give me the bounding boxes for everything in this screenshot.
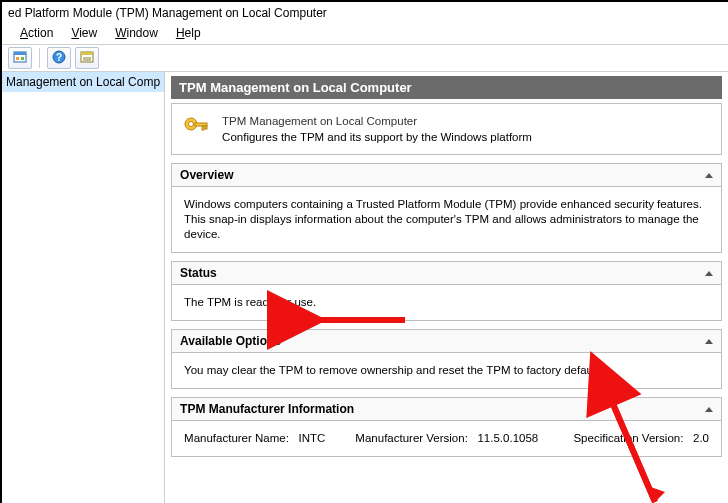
section-options-body: You may clear the TPM to remove ownershi… bbox=[172, 353, 721, 388]
spec-version-value: 2.0 bbox=[693, 432, 709, 444]
section-overview: Overview Windows computers containing a … bbox=[171, 163, 722, 253]
section-options-title: Available Options bbox=[180, 334, 281, 348]
key-icon bbox=[182, 115, 210, 143]
toolbar-button-properties[interactable] bbox=[8, 47, 32, 69]
svg-rect-3 bbox=[21, 57, 24, 60]
tree-item-tpm-management[interactable]: Management on Local Comp bbox=[2, 72, 164, 92]
content-pane: TPM Management on Local Computer TPM Man… bbox=[165, 72, 728, 503]
svg-rect-14 bbox=[205, 126, 207, 129]
intro-description: Configures the TPM and its support by th… bbox=[222, 130, 532, 144]
toolbar-button-help[interactable]: ? bbox=[47, 47, 71, 69]
section-status-header[interactable]: Status bbox=[172, 262, 721, 285]
menu-help[interactable]: Help bbox=[168, 24, 209, 42]
menu-action[interactable]: Action bbox=[12, 24, 61, 42]
svg-rect-7 bbox=[81, 52, 93, 55]
toolbar-button-console[interactable] bbox=[75, 47, 99, 69]
toolbar-divider bbox=[39, 48, 40, 68]
svg-text:?: ? bbox=[56, 52, 62, 63]
collapse-icon bbox=[705, 173, 713, 178]
window-title: ed Platform Module (TPM) Management on L… bbox=[2, 2, 728, 22]
tree-pane: Management on Local Comp bbox=[2, 72, 165, 503]
svg-rect-13 bbox=[202, 126, 204, 130]
section-overview-header[interactable]: Overview bbox=[172, 164, 721, 187]
svg-point-11 bbox=[189, 122, 194, 127]
menu-window[interactable]: Window bbox=[107, 24, 166, 42]
section-status: Status The TPM is ready for use. bbox=[171, 261, 722, 321]
section-available-options: Available Options You may clear the TPM … bbox=[171, 329, 722, 389]
section-overview-title: Overview bbox=[180, 168, 233, 182]
mfg-version-label: Manufacturer Version: bbox=[355, 432, 468, 444]
collapse-icon bbox=[705, 339, 713, 344]
toolbar: ? bbox=[2, 45, 728, 72]
intro-title: TPM Management on Local Computer bbox=[222, 114, 532, 128]
spec-version-label: Specification Version: bbox=[573, 432, 683, 444]
properties-icon bbox=[13, 51, 27, 66]
section-overview-body: Windows computers containing a Trusted P… bbox=[172, 187, 721, 252]
mfg-name-label: Manufacturer Name: bbox=[184, 432, 289, 444]
collapse-icon bbox=[705, 407, 713, 412]
section-options-header[interactable]: Available Options bbox=[172, 330, 721, 353]
section-mfg-title: TPM Manufacturer Information bbox=[180, 402, 354, 416]
section-manufacturer-info: TPM Manufacturer Information Manufacture… bbox=[171, 397, 722, 457]
intro-box: TPM Management on Local Computer Configu… bbox=[171, 103, 722, 155]
mfg-name-value: INTC bbox=[299, 432, 326, 444]
menu-view[interactable]: View bbox=[63, 24, 105, 42]
help-icon: ? bbox=[52, 50, 66, 67]
section-mfg-header[interactable]: TPM Manufacturer Information bbox=[172, 398, 721, 421]
svg-rect-1 bbox=[14, 52, 26, 55]
section-status-body: The TPM is ready for use. bbox=[172, 285, 721, 320]
content-header: TPM Management on Local Computer bbox=[171, 76, 722, 99]
console-icon bbox=[80, 51, 94, 66]
menubar: Action View Window Help bbox=[2, 22, 728, 45]
collapse-icon bbox=[705, 271, 713, 276]
section-status-title: Status bbox=[180, 266, 217, 280]
mfg-version-value: 11.5.0.1058 bbox=[477, 432, 538, 444]
svg-rect-2 bbox=[16, 57, 19, 60]
